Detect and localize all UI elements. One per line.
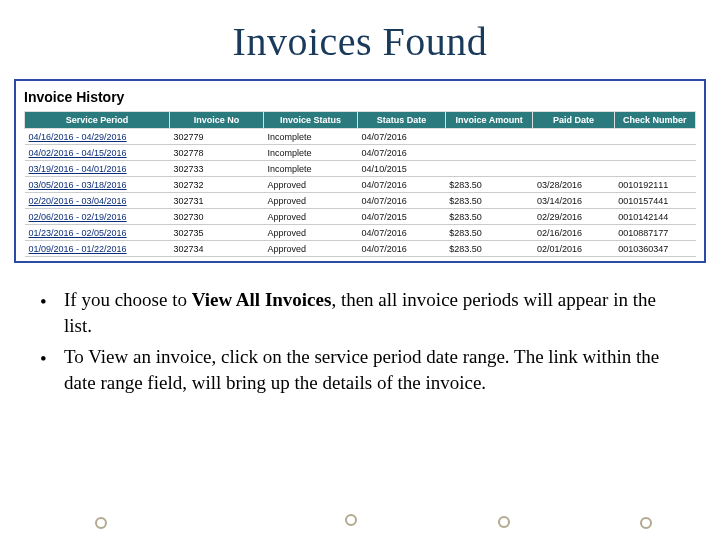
- col-service-period: Service Period: [25, 112, 170, 129]
- col-check-number: Check Number: [614, 112, 695, 129]
- cell-status-date: 04/07/2016: [358, 225, 446, 241]
- cell-paid-date: [533, 161, 614, 177]
- cell-invoice-status: Approved: [264, 177, 358, 193]
- table-row: 03/05/2016 - 03/18/2016302732Approved04/…: [25, 177, 696, 193]
- cell-paid-date: 03/14/2016: [533, 193, 614, 209]
- cell-status-date: 04/07/2016: [358, 129, 446, 145]
- cell-paid-date: 02/01/2016: [533, 241, 614, 257]
- cell-invoice-amount: $283.50: [445, 225, 533, 241]
- service-period-link[interactable]: 03/05/2016 - 03/18/2016: [25, 177, 170, 193]
- service-period-link[interactable]: 01/23/2016 - 02/05/2016: [25, 225, 170, 241]
- cell-paid-date: 02/16/2016: [533, 225, 614, 241]
- footer-decoration: [0, 512, 720, 532]
- circle-icon: [498, 516, 510, 528]
- bullet-2-text: To View an invoice, click on the service…: [64, 344, 680, 395]
- cell-invoice-no: 302732: [170, 177, 264, 193]
- cell-invoice-status: Incomplete: [264, 129, 358, 145]
- table-row: 04/02/2016 - 04/15/2016302778Incomplete0…: [25, 145, 696, 161]
- cell-invoice-amount: [445, 145, 533, 161]
- service-period-link[interactable]: 04/02/2016 - 04/15/2016: [25, 145, 170, 161]
- bullet-1: • If you choose to View All Invoices, th…: [40, 287, 680, 338]
- col-paid-date: Paid Date: [533, 112, 614, 129]
- circle-icon: [95, 517, 107, 529]
- cell-check-number: 0010192111: [614, 177, 695, 193]
- cell-invoice-amount: $283.50: [445, 209, 533, 225]
- cell-invoice-amount: [445, 129, 533, 145]
- cell-check-number: 0010887177: [614, 225, 695, 241]
- service-period-link[interactable]: 01/09/2016 - 01/22/2016: [25, 241, 170, 257]
- cell-invoice-no: 302730: [170, 209, 264, 225]
- cell-invoice-status: Approved: [264, 241, 358, 257]
- bullet-1-bold: View All Invoices: [192, 289, 332, 310]
- col-status-date: Status Date: [358, 112, 446, 129]
- panel-heading: Invoice History: [24, 89, 696, 105]
- cell-invoice-amount: $283.50: [445, 241, 533, 257]
- invoice-history-panel: Invoice History Service Period Invoice N…: [14, 79, 706, 263]
- table-row: 02/06/2016 - 02/19/2016302730Approved04/…: [25, 209, 696, 225]
- cell-check-number: 0010142144: [614, 209, 695, 225]
- cell-invoice-no: 302731: [170, 193, 264, 209]
- cell-check-number: 0010157441: [614, 193, 695, 209]
- table-header-row: Service Period Invoice No Invoice Status…: [25, 112, 696, 129]
- bullet-dot-icon: •: [40, 344, 64, 395]
- cell-status-date: 04/07/2016: [358, 177, 446, 193]
- service-period-link[interactable]: 03/19/2016 - 04/01/2016: [25, 161, 170, 177]
- cell-check-number: [614, 161, 695, 177]
- col-invoice-no: Invoice No: [170, 112, 264, 129]
- table-row: 01/09/2016 - 01/22/2016302734Approved04/…: [25, 241, 696, 257]
- bullet-1-pre: If you choose to: [64, 289, 192, 310]
- cell-status-date: 04/10/2015: [358, 161, 446, 177]
- cell-invoice-amount: [445, 161, 533, 177]
- cell-invoice-no: 302733: [170, 161, 264, 177]
- cell-paid-date: 03/28/2016: [533, 177, 614, 193]
- cell-invoice-status: Incomplete: [264, 161, 358, 177]
- page-title: Invoices Found: [0, 18, 720, 65]
- cell-check-number: [614, 145, 695, 161]
- cell-invoice-no: 302734: [170, 241, 264, 257]
- col-invoice-amount: Invoice Amount: [445, 112, 533, 129]
- cell-invoice-status: Incomplete: [264, 145, 358, 161]
- cell-status-date: 04/07/2015: [358, 209, 446, 225]
- table-row: 02/20/2016 - 03/04/2016302731Approved04/…: [25, 193, 696, 209]
- service-period-link[interactable]: 02/20/2016 - 03/04/2016: [25, 193, 170, 209]
- cell-invoice-status: Approved: [264, 209, 358, 225]
- cell-status-date: 04/07/2016: [358, 241, 446, 257]
- cell-invoice-status: Approved: [264, 225, 358, 241]
- cell-invoice-no: 302735: [170, 225, 264, 241]
- cell-paid-date: 02/29/2016: [533, 209, 614, 225]
- cell-invoice-no: 302778: [170, 145, 264, 161]
- cell-status-date: 04/07/2016: [358, 145, 446, 161]
- cell-invoice-no: 302779: [170, 129, 264, 145]
- cell-invoice-amount: $283.50: [445, 193, 533, 209]
- cell-check-number: [614, 129, 695, 145]
- bullet-2: • To View an invoice, click on the servi…: [40, 344, 680, 395]
- table-row: 03/19/2016 - 04/01/2016302733Incomplete0…: [25, 161, 696, 177]
- cell-invoice-amount: $283.50: [445, 177, 533, 193]
- cell-invoice-status: Approved: [264, 193, 358, 209]
- col-invoice-status: Invoice Status: [264, 112, 358, 129]
- circle-icon: [345, 514, 357, 526]
- cell-paid-date: [533, 145, 614, 161]
- invoice-table: Service Period Invoice No Invoice Status…: [24, 111, 696, 257]
- service-period-link[interactable]: 02/06/2016 - 02/19/2016: [25, 209, 170, 225]
- circle-icon: [640, 517, 652, 529]
- table-row: 04/16/2016 - 04/29/2016302779Incomplete0…: [25, 129, 696, 145]
- cell-paid-date: [533, 129, 614, 145]
- table-row: 01/23/2016 - 02/05/2016302735Approved04/…: [25, 225, 696, 241]
- cell-check-number: 0010360347: [614, 241, 695, 257]
- cell-status-date: 04/07/2016: [358, 193, 446, 209]
- service-period-link[interactable]: 04/16/2016 - 04/29/2016: [25, 129, 170, 145]
- bullet-dot-icon: •: [40, 287, 64, 338]
- instruction-bullets: • If you choose to View All Invoices, th…: [40, 287, 680, 396]
